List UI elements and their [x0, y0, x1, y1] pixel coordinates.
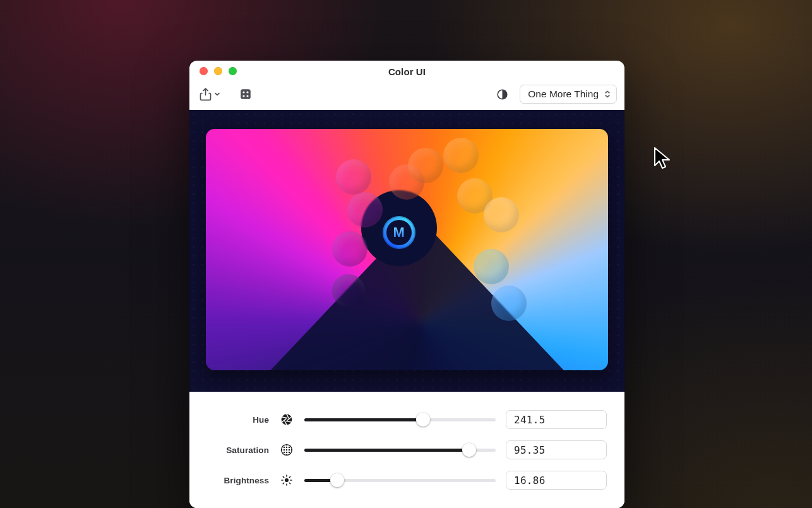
- zoom-button[interactable]: [229, 67, 237, 75]
- preset-selected-label: One More Thing: [528, 88, 599, 100]
- minimize-button[interactable]: [214, 67, 222, 75]
- hue-slider[interactable]: [304, 411, 496, 428]
- dice-icon: [239, 88, 252, 100]
- close-button[interactable]: [200, 67, 208, 75]
- orb: [347, 192, 383, 227]
- orb: [484, 197, 519, 233]
- orb: [474, 249, 509, 284]
- brightness-row: Brightness 16.86: [210, 465, 607, 495]
- svg-point-6: [282, 414, 292, 425]
- orb: [336, 159, 371, 195]
- app-window: Color UI: [189, 61, 624, 508]
- brightness-slider[interactable]: [304, 471, 496, 489]
- contrast-icon: [496, 88, 508, 100]
- contrast-button[interactable]: [494, 85, 511, 103]
- chevron-down-icon: [214, 91, 220, 97]
- orb: [491, 286, 527, 321]
- brightness-label: Brightness: [210, 476, 269, 485]
- orb: [443, 138, 479, 173]
- brightness-value-field[interactable]: 16.86: [506, 471, 607, 490]
- cursor-icon: [653, 147, 673, 172]
- logo-letter: M: [393, 224, 405, 241]
- toolbar: One More Thing: [189, 82, 624, 110]
- sun-icon: [279, 474, 294, 487]
- saturation-label: Saturation: [210, 445, 269, 455]
- svg-point-2: [246, 91, 248, 93]
- svg-point-10: [285, 478, 289, 482]
- share-button[interactable]: [197, 85, 223, 103]
- saturation-row: Saturation 95.35: [210, 435, 607, 465]
- orb: [332, 231, 367, 267]
- hue-value-field[interactable]: 241.5: [506, 410, 607, 429]
- aperture-icon: [279, 413, 294, 426]
- svg-point-3: [242, 95, 244, 97]
- preview-area: M: [189, 110, 624, 392]
- svg-rect-0: [241, 89, 251, 99]
- titlebar: Color UI: [189, 61, 624, 82]
- window-title: Color UI: [388, 66, 426, 77]
- svg-point-4: [246, 95, 248, 97]
- saturation-slider[interactable]: [304, 441, 496, 459]
- orb: [332, 274, 365, 307]
- halftone-icon: [279, 444, 294, 456]
- randomize-button[interactable]: [237, 85, 254, 103]
- select-stepper-icon: [604, 89, 611, 99]
- hue-row: Hue 241.5: [210, 404, 607, 435]
- controls-panel: Hue 241.5 Saturation: [189, 392, 624, 508]
- preset-select[interactable]: One More Thing: [520, 85, 617, 104]
- orb: [408, 148, 443, 183]
- share-icon: [200, 88, 212, 101]
- hue-label: Hue: [210, 415, 269, 425]
- app-logo: M: [383, 216, 415, 249]
- traffic-lights: [200, 67, 237, 75]
- saturation-value-field[interactable]: 95.35: [506, 440, 607, 459]
- color-preview[interactable]: M: [206, 129, 608, 370]
- svg-point-1: [242, 91, 244, 93]
